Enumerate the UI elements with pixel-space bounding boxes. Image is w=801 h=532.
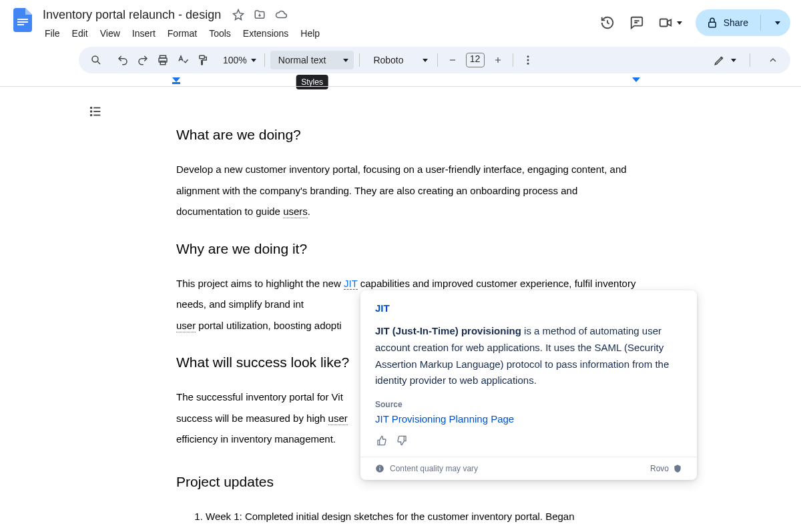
menu-tools[interactable]: Tools bbox=[204, 25, 236, 41]
menu-file[interactable]: File bbox=[40, 25, 65, 41]
svg-rect-1 bbox=[17, 21, 28, 23]
svg-rect-4 bbox=[708, 22, 716, 27]
zoom-value: 100% bbox=[223, 55, 247, 65]
rovo-icon bbox=[673, 464, 682, 473]
svg-rect-0 bbox=[17, 19, 28, 20]
chevron-down-icon bbox=[343, 59, 348, 62]
search-icon[interactable] bbox=[87, 51, 105, 69]
collapse-toolbar-icon[interactable] bbox=[764, 51, 782, 69]
spellcheck-icon[interactable] bbox=[174, 51, 192, 69]
svg-point-10 bbox=[527, 55, 529, 57]
menu-view[interactable]: View bbox=[95, 25, 125, 41]
ruler[interactable] bbox=[0, 77, 801, 87]
zoom-dropdown[interactable]: 100% bbox=[220, 55, 259, 65]
heading-what-doing[interactable]: What are we doing? bbox=[176, 127, 641, 143]
menu-insert[interactable]: Insert bbox=[127, 25, 160, 41]
header-actions: Share bbox=[599, 5, 790, 36]
popup-footer: Content quality may vary Rovo bbox=[360, 457, 697, 480]
menu-help[interactable]: Help bbox=[296, 25, 324, 41]
svg-point-16 bbox=[91, 115, 92, 116]
source-label: Source bbox=[375, 400, 682, 409]
app-header: Inventory portal relaunch - design File … bbox=[0, 0, 801, 41]
indent-marker-right-icon[interactable] bbox=[632, 77, 640, 87]
svg-point-12 bbox=[527, 63, 529, 65]
increase-font-icon[interactable] bbox=[489, 51, 507, 69]
menu-format[interactable]: Format bbox=[163, 25, 202, 41]
defined-term-user[interactable]: user bbox=[328, 413, 348, 425]
star-icon[interactable] bbox=[232, 8, 245, 21]
font-dropdown[interactable]: Roboto bbox=[365, 55, 431, 65]
comments-icon[interactable] bbox=[629, 15, 645, 31]
document-title[interactable]: Inventory portal relaunch - design bbox=[40, 5, 224, 24]
chevron-down-icon bbox=[423, 59, 428, 62]
cloud-status-icon[interactable] bbox=[274, 8, 288, 21]
decrease-font-icon[interactable] bbox=[443, 51, 462, 69]
chevron-down-icon bbox=[677, 21, 682, 25]
lock-icon bbox=[706, 17, 718, 29]
defined-term-users[interactable]: users bbox=[283, 206, 308, 218]
share-label: Share bbox=[724, 17, 748, 28]
svg-point-5 bbox=[92, 56, 98, 62]
defined-term-user[interactable]: user bbox=[176, 320, 196, 332]
menu-edit[interactable]: Edit bbox=[67, 25, 93, 41]
definition-popup: JIT JIT (Just-In-Time) provisioning is a… bbox=[360, 290, 697, 480]
outline-toggle-icon[interactable] bbox=[88, 104, 104, 120]
feedback-row bbox=[375, 434, 682, 447]
popup-body: JIT (Just-In-Time) provisioning is a met… bbox=[375, 323, 682, 389]
font-size-input[interactable]: 12 bbox=[466, 53, 485, 67]
source-link[interactable]: JIT Provisioning Planning Page bbox=[375, 413, 682, 425]
docs-logo-icon[interactable] bbox=[11, 8, 35, 32]
history-icon[interactable] bbox=[599, 15, 615, 31]
share-dropdown[interactable] bbox=[766, 9, 789, 36]
styles-label: Normal text bbox=[278, 55, 326, 65]
indent-marker-left-icon[interactable] bbox=[172, 77, 180, 87]
svg-rect-9 bbox=[200, 55, 205, 59]
defined-term-jit[interactable]: JIT bbox=[344, 278, 358, 290]
svg-point-11 bbox=[527, 59, 529, 61]
ordered-list[interactable]: Week 1: Completed initial design sketche… bbox=[176, 506, 641, 527]
svg-rect-3 bbox=[659, 19, 667, 27]
thumbs-up-icon[interactable] bbox=[375, 434, 388, 447]
info-icon bbox=[375, 464, 384, 473]
thumbs-down-icon[interactable] bbox=[395, 434, 409, 447]
title-area: Inventory portal relaunch - design File … bbox=[40, 5, 599, 41]
menubar: File Edit View Insert Format Tools Exten… bbox=[40, 25, 599, 41]
paint-format-icon[interactable] bbox=[194, 51, 212, 69]
popup-term: JIT bbox=[375, 302, 682, 314]
pencil-icon bbox=[714, 54, 726, 66]
heading-why-doing[interactable]: Why are we doing it? bbox=[176, 241, 641, 257]
document-canvas: What are we doing? Develop a new custome… bbox=[0, 87, 801, 527]
chevron-down-icon bbox=[731, 59, 736, 62]
footer-note: Content quality may vary bbox=[390, 464, 478, 473]
share-button[interactable]: Share bbox=[696, 9, 790, 36]
svg-rect-19 bbox=[379, 467, 380, 467]
meet-button[interactable] bbox=[658, 15, 682, 30]
more-options-icon[interactable] bbox=[519, 51, 537, 69]
move-folder-icon[interactable] bbox=[253, 8, 266, 21]
menu-extensions[interactable]: Extensions bbox=[238, 25, 293, 41]
font-size-control: 12 bbox=[443, 51, 507, 69]
svg-rect-2 bbox=[17, 24, 24, 25]
paragraph[interactable]: Develop a new customer inventory portal,… bbox=[176, 159, 641, 222]
undo-icon[interactable] bbox=[113, 51, 132, 69]
svg-rect-13 bbox=[172, 82, 180, 84]
toolbar: 100% Normal text Styles Roboto 12 bbox=[79, 47, 790, 73]
chevron-down-icon bbox=[251, 59, 256, 62]
list-item[interactable]: Week 1: Completed initial design sketche… bbox=[206, 506, 641, 527]
svg-point-14 bbox=[91, 107, 92, 109]
svg-rect-18 bbox=[379, 468, 380, 471]
font-label: Roboto bbox=[373, 55, 403, 65]
chevron-down-icon bbox=[775, 21, 780, 25]
redo-icon[interactable] bbox=[134, 51, 152, 69]
popup-brand[interactable]: Rovo bbox=[650, 464, 682, 473]
editing-mode-dropdown[interactable] bbox=[714, 54, 736, 66]
print-icon[interactable] bbox=[154, 51, 172, 69]
styles-dropdown[interactable]: Normal text Styles bbox=[270, 51, 354, 69]
svg-point-15 bbox=[91, 111, 92, 112]
